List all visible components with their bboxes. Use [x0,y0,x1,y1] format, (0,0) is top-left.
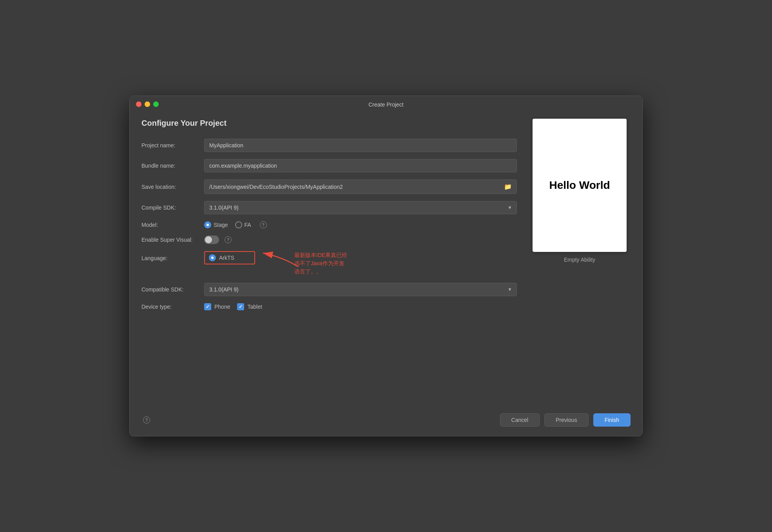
preview-caption: Empty Ability [564,257,595,263]
super-visual-label: Enable Super Visual: [141,237,204,243]
device-tablet-label: Tablet [247,304,262,310]
compatible-sdk-select-wrapper: 3.1.0(API 9) ▼ [204,283,517,296]
model-stage-label: Stage [214,222,228,228]
language-arkts-label: ArkTS [219,255,234,261]
device-phone-option[interactable]: ✓ Phone [204,303,230,310]
right-panel: Hello World Empty Ability [529,119,631,405]
project-name-label: Project name: [141,142,204,148]
model-stage-option[interactable]: Stage [204,221,228,228]
save-location-input[interactable] [209,184,504,190]
tablet-check-icon: ✓ [239,304,243,309]
maximize-button[interactable] [153,101,159,107]
left-panel: Configure Your Project Project name: Bun… [141,119,517,405]
preview-card: Hello World [533,119,627,252]
compile-sdk-row: Compile SDK: 3.1.0(API 9) ▼ [141,201,517,214]
previous-button[interactable]: Previous [544,413,588,427]
create-project-dialog: Create Project Configure Your Project Pr… [129,96,643,436]
language-row: Language: ArkTS [141,251,517,276]
compatible-sdk-row: Compatible SDK: 3.1.0(API 9) ▼ [141,283,517,296]
footer-buttons: Cancel Previous Finish [500,413,631,427]
device-phone-label: Phone [214,304,230,310]
annotation-container: 最新版本IDE果真已经选不了Java作为开发语言了。。 [263,251,347,276]
dialog-footer: ? Cancel Previous Finish [130,405,642,436]
compile-sdk-select[interactable]: 3.1.0(API 9) [204,201,517,214]
finish-button[interactable]: Finish [593,413,631,427]
footer-left: ? [141,416,150,423]
toggle-knob [205,236,212,243]
device-phone-checkbox[interactable]: ✓ [204,303,211,310]
compatible-sdk-label: Compatible SDK: [141,286,204,293]
language-label: Language: [141,251,204,261]
save-location-input-wrapper: 📁 [204,179,517,194]
super-visual-help-icon[interactable]: ? [225,236,232,243]
model-fa-radio[interactable] [235,221,242,228]
annotation-arrow-svg [259,245,306,269]
language-selection-box: ArkTS [204,251,255,264]
save-location-label: Save location: [141,184,204,190]
super-visual-toggle[interactable] [204,235,219,244]
super-visual-toggle-wrapper: ? [204,235,232,244]
model-label: Model: [141,222,204,228]
model-stage-radio[interactable] [204,221,211,228]
compile-sdk-select-wrapper: 3.1.0(API 9) ▼ [204,201,517,214]
title-bar: Create Project [130,96,642,111]
super-visual-row: Enable Super Visual: ? [141,235,517,244]
device-tablet-checkbox[interactable]: ✓ [237,303,244,310]
model-radio-group: Stage FA ? [204,221,267,228]
bundle-name-input[interactable] [204,159,517,172]
model-help-icon[interactable]: ? [260,221,267,228]
preview-hello-text: Hello World [549,179,610,192]
project-name-input[interactable] [204,139,517,152]
footer-help-icon[interactable]: ? [143,416,150,423]
compatible-sdk-select[interactable]: 3.1.0(API 9) [204,283,517,296]
save-location-row: Save location: 📁 [141,179,517,194]
phone-check-icon: ✓ [206,304,210,309]
window-title: Create Project [368,101,403,108]
model-fa-option[interactable]: FA [235,221,251,228]
section-title: Configure Your Project [141,119,517,128]
bundle-name-row: Bundle name: [141,159,517,172]
folder-browse-icon[interactable]: 📁 [504,183,512,190]
project-name-row: Project name: [141,139,517,152]
device-type-label: Device type: [141,304,204,310]
minimize-button[interactable] [145,101,150,107]
device-tablet-option[interactable]: ✓ Tablet [237,303,262,310]
model-fa-label: FA [245,222,251,228]
close-button[interactable] [136,101,141,107]
device-type-checkbox-group: ✓ Phone ✓ Tablet [204,303,262,310]
model-row: Model: Stage FA ? [141,221,517,228]
language-arkts-radio[interactable] [209,254,216,261]
traffic-lights [136,101,159,107]
compile-sdk-label: Compile SDK: [141,204,204,211]
bundle-name-label: Bundle name: [141,163,204,169]
cancel-button[interactable]: Cancel [500,413,540,427]
device-type-row: Device type: ✓ Phone ✓ Tablet [141,303,517,310]
dialog-body: Configure Your Project Project name: Bun… [130,111,642,405]
